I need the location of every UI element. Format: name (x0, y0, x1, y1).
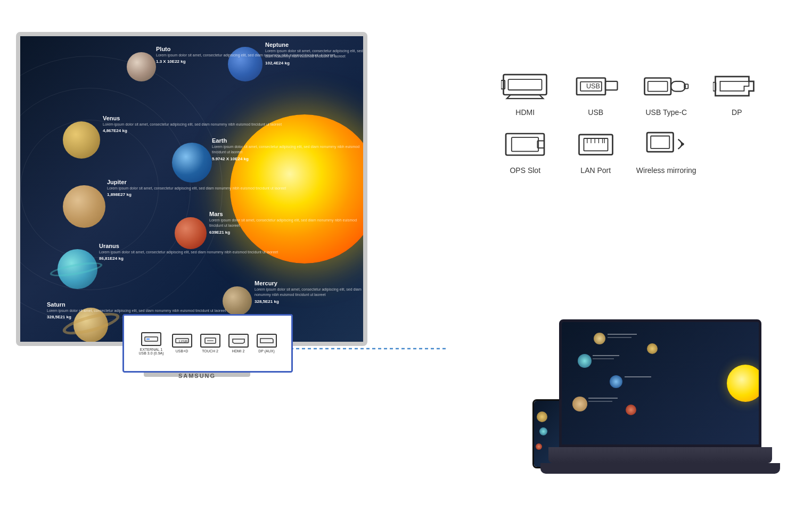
dp-label: DP (732, 108, 742, 117)
laptop-base (548, 447, 772, 463)
label-jupiter: Jupiter Lorem ipsum dolor sit amet, cons… (107, 179, 286, 197)
port-label-hdmi2: HDMI 2 (232, 349, 245, 353)
svg-text:USB: USB (179, 339, 187, 344)
hdmi-label: HDMI (515, 108, 535, 117)
label-earth: Earth Lorem ipsum dolor sit amet, consec… (212, 137, 363, 161)
label-uranus: Uranus Lorem ipsum dolor sit amet, conse… (99, 243, 278, 261)
svg-rect-18 (713, 83, 716, 91)
svg-rect-1 (146, 339, 150, 340)
connectivity-item-lan: LAN Port (563, 127, 629, 175)
wireless-icon-container (642, 127, 690, 162)
svg-rect-31 (651, 136, 669, 149)
port-item-touch: TOUCH 2 (200, 334, 220, 353)
planet-earth (172, 143, 212, 183)
port-icon-usb30 (141, 332, 161, 346)
port-item-usbplus: USB USB+D (172, 334, 192, 353)
lan-label: LAN Port (580, 166, 611, 175)
wireless-icon (642, 129, 690, 160)
svg-rect-7 (504, 75, 547, 95)
connectivity-item-dp: DP (704, 69, 770, 117)
port-label-touch: TOUCH 2 (202, 349, 218, 353)
dp-icon (713, 71, 761, 102)
port-label-usb30: EXTERNAL 1USB 3.0 (0.9A) (138, 348, 163, 355)
label-mars: Mars Lorem ipsum dolor sit amet, consect… (209, 211, 363, 235)
label-venus: Venus Lorem ipsum dolor sit amet, consec… (103, 115, 282, 133)
wireless-label: Wireless mirroring (636, 166, 696, 175)
planet-jupiter (63, 185, 105, 228)
label-neptune: Neptune Lorem ipsum dolor sit amet, cons… (265, 42, 363, 65)
connectivity-item-ops: OPS Slot (493, 127, 558, 175)
usbc-icon (642, 71, 690, 102)
connectivity-section: HDMI USB USB (493, 69, 769, 185)
connectivity-item-hdmi: HDMI (493, 69, 558, 117)
svg-point-32 (682, 143, 685, 146)
port-panel: EXTERNAL 1USB 3.0 (0.9A) USB USB+D TOUCH… (122, 314, 293, 373)
svg-rect-13 (605, 81, 618, 90)
port-item-usb30: EXTERNAL 1USB 3.0 (0.9A) (138, 332, 163, 355)
laptop-screen-frame (559, 319, 761, 447)
port-icon-touch (200, 334, 220, 348)
connectivity-grid: HDMI USB USB (493, 69, 769, 175)
samsung-logo: SAMSUNG (178, 373, 216, 379)
svg-text:USB: USB (586, 83, 600, 90)
hdmi-icon-container (501, 69, 549, 104)
usb-icon-container: USB (572, 69, 620, 104)
connectivity-item-usb: USB USB (563, 69, 629, 117)
port-label-dp: DP (AUX) (258, 349, 275, 353)
usb-icon: USB (572, 71, 620, 102)
ops-icon-container (501, 127, 549, 162)
svg-rect-16 (671, 81, 685, 92)
lan-icon (572, 129, 620, 160)
svg-rect-14 (645, 78, 671, 95)
devices-section (482, 309, 780, 479)
usbc-label: USB Type-C (645, 108, 687, 117)
monitor-frame: Pluto Lorem ipsum dolor sit amet, consec… (16, 32, 367, 346)
svg-rect-15 (648, 81, 668, 92)
ops-icon (501, 129, 549, 160)
lan-icon-container (572, 127, 620, 162)
planet-venus (63, 121, 100, 159)
dotted-connection-line (290, 341, 450, 357)
port-item-dp: DP (AUX) (257, 334, 277, 353)
dp-icon-container (713, 69, 761, 104)
svg-rect-20 (512, 137, 538, 151)
usbc-icon-container (642, 69, 690, 104)
label-mercury: Mercury Lorem ipsum dolor sit amet, cons… (255, 280, 363, 304)
ops-label: OPS Slot (510, 166, 540, 175)
svg-rect-8 (508, 79, 542, 90)
port-icon-dp (257, 334, 277, 348)
port-icon-hdmi2 (228, 334, 249, 348)
hdmi-icon (501, 71, 549, 102)
port-row: EXTERNAL 1USB 3.0 (0.9A) USB USB+D TOUCH… (138, 332, 276, 355)
port-label-usbplus: USB+D (176, 349, 188, 353)
usb-label: USB (588, 108, 603, 117)
laptop-bottom (540, 463, 780, 474)
connectivity-item-usbc: USB Type-C (634, 69, 699, 117)
connectivity-item-wireless: Wireless mirroring (634, 127, 699, 175)
port-item-hdmi2: HDMI 2 (228, 334, 249, 353)
port-icon-usbplus: USB (172, 334, 192, 348)
laptop-device (540, 319, 780, 479)
laptop-screen (562, 322, 759, 444)
planet-mercury (223, 286, 252, 316)
monitor-screen: Pluto Lorem ipsum dolor sit amet, consec… (20, 36, 363, 342)
planet-pluto (127, 52, 156, 81)
